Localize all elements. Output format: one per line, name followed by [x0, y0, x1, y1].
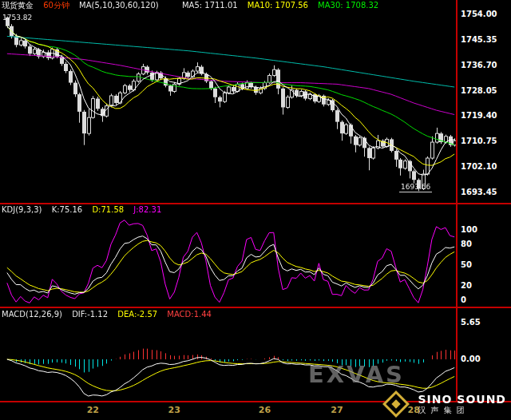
kdj-d-value: D:71.58	[92, 205, 124, 214]
diamond-logo-inner-icon	[391, 399, 400, 408]
price-axis-label: 1693.45	[461, 188, 497, 196]
kdj-k-value: K:75.16	[52, 205, 83, 214]
price-axis-label: 1710.75	[461, 137, 497, 145]
price-axis-label: 1702.10	[461, 163, 497, 171]
kdj-axis-label: 0	[461, 295, 466, 304]
date-label-27: 27	[329, 405, 345, 415]
kdj-indicator-chart[interactable]	[0, 204, 457, 307]
price-axis-label: 1736.70	[461, 61, 497, 69]
main-chart-header: 现货黄金 60分钟 MA(5,10,30,60,120) MA5: 1711.0…	[2, 1, 386, 10]
brand-name-chinese: 汉声集团	[418, 406, 506, 415]
ma5-value: MA5: 1711.01	[182, 1, 238, 10]
price-axis: 1754.00 1745.35 1736.70 1728.05 1719.40 …	[461, 10, 497, 196]
kdj-header: KDJ(9,3,3) K:75.16 D:71.58 J:82.31	[2, 205, 168, 215]
sino-sound-logo: SINO SOUND 汉声集团	[383, 391, 506, 417]
price-axis-label: 1754.00	[461, 10, 497, 18]
date-label-26: 26	[256, 405, 272, 415]
kdj-axis-label: 50	[461, 260, 472, 269]
macd-macd-value: MACD:1.44	[167, 310, 212, 319]
ma30-value: MA30: 1708.32	[318, 1, 378, 10]
main-price-chart[interactable]	[0, 0, 457, 203]
panel-divider-main-kdj	[0, 203, 511, 204]
watermark: EXVAS	[308, 361, 405, 388]
symbol-name: 现货黄金	[2, 1, 34, 10]
date-label-23: 23	[166, 405, 182, 415]
date-label-22: 22	[85, 405, 101, 415]
kdj-params-label: KDJ(9,3,3)	[2, 205, 42, 214]
brand-name: SINO SOUND	[418, 393, 506, 406]
trading-chart-window: 现货黄金 60分钟 MA(5,10,30,60,120) MA5: 1711.0…	[0, 0, 511, 420]
macd-axis-label: 0.00	[461, 355, 481, 363]
low-price-annotation: 1693.66	[399, 183, 432, 192]
ma-params-label: MA(5,10,30,60,120)	[79, 1, 159, 10]
kdj-j-value: J:82.31	[133, 205, 161, 214]
kdj-axis-label: 20	[461, 281, 472, 290]
macd-header: MACD(12,26,9) DIF:-1.12 DEA:-2.57 MACD:1…	[2, 310, 219, 319]
logo-text: SINO SOUND 汉声集团	[418, 393, 506, 415]
macd-dea-value: DEA:-2.57	[117, 310, 157, 319]
axis-divider	[456, 0, 458, 401]
ma10-value: MA10: 1707.56	[248, 1, 308, 10]
macd-axis-label: 5.65	[461, 318, 481, 327]
high-price-annotation: 1753.82	[2, 14, 32, 22]
price-axis-label: 1719.40	[461, 112, 497, 120]
macd-dif-value: DIF:-1.12	[72, 310, 108, 319]
panel-divider-kdj-macd	[0, 307, 511, 308]
price-axis-label: 1745.35	[461, 36, 497, 44]
kdj-axis-label: 100	[461, 225, 477, 234]
kdj-axis-label: 80	[461, 240, 472, 248]
timeframe-label: 60分钟	[43, 1, 69, 10]
diamond-logo-icon	[382, 390, 410, 418]
macd-params-label: MACD(12,26,9)	[2, 310, 62, 319]
price-axis-label: 1728.05	[461, 87, 497, 95]
